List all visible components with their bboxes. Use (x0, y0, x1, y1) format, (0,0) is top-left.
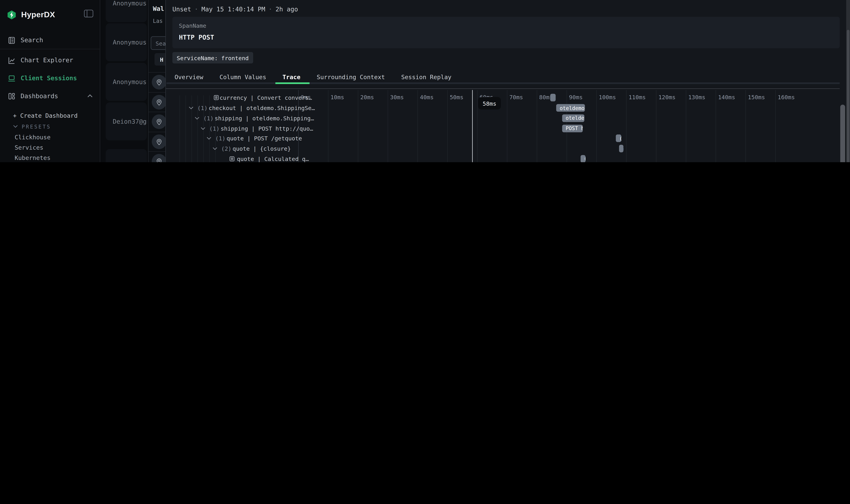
session-user-label: Anonymous (113, 38, 147, 46)
span-label: shipping | oteldemo.Shipping… (215, 115, 314, 121)
page-scrollbar-thumb[interactable] (847, 30, 849, 162)
overlay-scrollbar-thumb[interactable] (840, 105, 845, 162)
span-duration-bar[interactable]: oteldemo (562, 114, 584, 122)
collapse-sidebar-icon[interactable] (84, 10, 93, 17)
dashboards-icon (8, 92, 16, 100)
session-card[interactable]: Walton9@ho (106, 149, 147, 162)
sidebar-item-client-sessions[interactable]: Client Sessions (0, 71, 100, 85)
session-event-row[interactable] (149, 131, 166, 151)
span-duration-bar[interactable]: oteldemo.Sh (557, 104, 585, 112)
span-child-count: (1) (197, 105, 207, 111)
time-cursor (472, 90, 473, 162)
event-header: Unset·May 15 1:40:14 PM·2h ago (172, 5, 298, 13)
trace-waterfall: 0ms10ms20ms30ms40ms50ms60ms70ms80ms90ms1… (166, 90, 827, 162)
session-user-label: Deion37@gm (113, 118, 147, 125)
tab-session-replay[interactable]: Session Replay (393, 70, 459, 84)
session-card[interactable]: Anonymous (106, 23, 147, 61)
span-label: quote | {closure} (233, 145, 291, 152)
divider (166, 88, 840, 89)
sidebar-item-label: Chart Explorer (21, 56, 73, 64)
span-child-count: (1) (215, 135, 225, 142)
sessions-icon (8, 74, 16, 82)
session-detail-panel: Wal Las Sea H (148, 0, 165, 162)
service-name-chip[interactable]: ServiceName: frontend (172, 52, 253, 63)
logs-icon (8, 36, 16, 44)
session-card[interactable]: Anonymous (106, 63, 147, 101)
span-label: quote | POST /getquote (227, 135, 302, 142)
logo-text: HyperDX (21, 10, 55, 19)
logo[interactable]: HyperDX (6, 9, 94, 21)
span-name-card: SpanName HTTP POST (172, 17, 839, 48)
expand-caret-icon[interactable] (195, 116, 199, 120)
location-pin-icon (152, 154, 166, 162)
session-event-row[interactable] (149, 92, 166, 112)
span-child-count: (1) (203, 115, 214, 121)
chevron-down-icon (13, 125, 18, 128)
sidebar-preset-services[interactable]: Services (15, 144, 43, 151)
chart-icon (8, 56, 16, 64)
chevron-up-icon (87, 94, 93, 98)
expand-caret-icon[interactable] (212, 147, 217, 150)
span-name-value: HTTP POST (179, 34, 214, 41)
trace-span-row[interactable]: (1)shipping | oteldemo.Shipping…oteldemo (166, 113, 827, 123)
panel-tabs: OverviewColumn ValuesTraceSurrounding Co… (166, 70, 459, 84)
app-root: HyperDX Search Chart Explorer Client Ses… (0, 0, 850, 162)
location-pin-icon (152, 134, 166, 149)
location-pin-icon (152, 75, 166, 89)
log-event-icon (214, 95, 219, 101)
session-event-row[interactable] (149, 72, 166, 92)
session-card[interactable]: Deion37@gm (106, 102, 147, 140)
sidebar-item-chart-explorer[interactable]: Chart Explorer (0, 53, 100, 67)
session-event-row[interactable] (149, 151, 166, 162)
span-label: shipping | POST http://quo… (221, 125, 313, 131)
event-side-panel: Unset·May 15 1:40:14 PM·2h ago SpanName … (165, 0, 850, 162)
time-cursor-tooltip: 58ms (478, 97, 501, 109)
trace-span-row[interactable]: (1)quote | POST /getquote( (166, 133, 827, 144)
sidebar-item-search[interactable]: Search (0, 33, 100, 47)
session-event-row[interactable] (149, 112, 166, 132)
presets-group-label[interactable]: PRESETS (22, 124, 51, 130)
span-child-count: (2) (221, 145, 231, 152)
event-relative-time: 2h ago (275, 5, 298, 13)
sidebar: HyperDX Search Chart Explorer Client Ses… (0, 0, 100, 162)
sidebar-preset-kubernetes[interactable]: Kubernetes (15, 155, 51, 161)
active-tab-indicator (275, 82, 309, 84)
tab-column-values[interactable]: Column Values (211, 70, 274, 84)
hyperdx-logo-icon (6, 10, 17, 20)
tab-overview[interactable]: Overview (166, 70, 211, 84)
span-duration-bar[interactable]: ( (581, 155, 585, 162)
trace-span-row[interactable]: (1)shipping | POST http://quo…POST ht (166, 123, 827, 133)
trace-span-row[interactable]: quote | Calculated q…( (166, 154, 827, 162)
location-pin-icon (152, 114, 166, 129)
span-duration-bar[interactable]: POST ht (562, 125, 583, 132)
sidebar-item-dashboards[interactable]: Dashboards (0, 89, 100, 103)
sidebar-item-label: Search (21, 36, 43, 44)
span-label: checkout | oteldemo.ShippingSe… (209, 105, 315, 111)
session-user-label: Anonymous (113, 0, 147, 7)
sidebar-item-label: Dashboards (21, 92, 58, 100)
span-child-count: (1) (209, 125, 220, 131)
log-event-icon (229, 156, 235, 161)
session-user-label: Anonymous (113, 78, 147, 86)
session-subtitle: Las (153, 18, 163, 24)
span-duration-bar[interactable]: ( (616, 134, 621, 142)
span-label: currency | Convert convers… (220, 94, 312, 101)
span-duration-bar[interactable]: ( (619, 145, 623, 152)
expand-caret-icon[interactable] (206, 137, 211, 140)
severity-text: Unset (172, 5, 191, 13)
session-card[interactable]: Anonymous (106, 0, 147, 22)
sidebar-preset-clickhouse[interactable]: Clickhouse (15, 134, 51, 141)
tab-track (166, 82, 840, 84)
tab-trace[interactable]: Trace (274, 70, 308, 84)
expand-caret-icon[interactable] (189, 106, 194, 109)
expand-caret-icon[interactable] (201, 127, 205, 130)
event-timestamp: May 15 1:40:14 PM (201, 5, 265, 13)
create-dashboard-button[interactable]: + Create Dashboard (13, 112, 78, 119)
divider (0, 49, 100, 49)
tab-surrounding-context[interactable]: Surrounding Context (308, 70, 393, 84)
location-pin-icon (152, 95, 166, 109)
session-title: Wal (153, 5, 164, 13)
span-duration-bar[interactable] (550, 94, 556, 102)
trace-span-row[interactable]: (2)quote | {closure}( (166, 144, 827, 154)
sidebar-item-label: Client Sessions (21, 74, 77, 82)
